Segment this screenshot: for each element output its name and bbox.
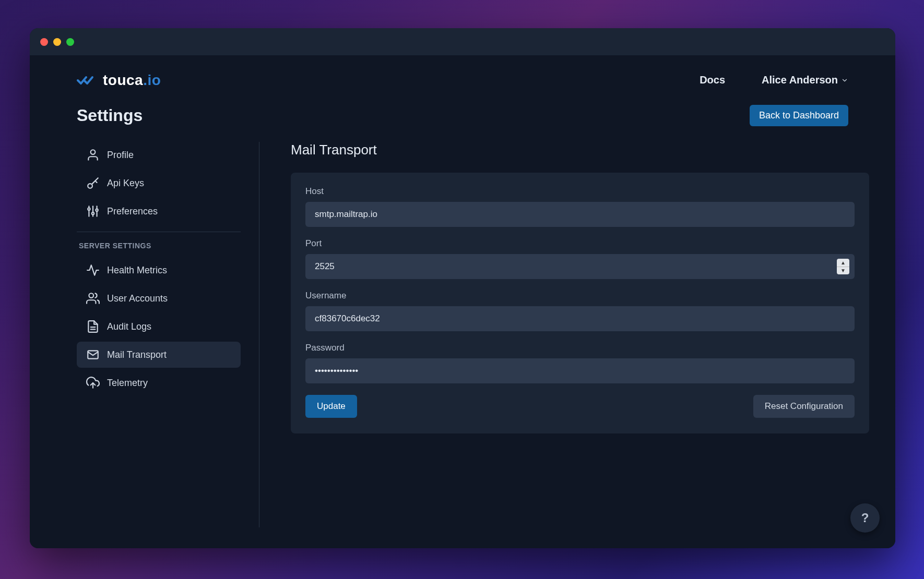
window-minimize-button[interactable] bbox=[53, 38, 61, 46]
content-title: Mail Transport bbox=[291, 142, 869, 158]
password-input[interactable] bbox=[305, 358, 855, 383]
password-label: Password bbox=[305, 343, 855, 353]
port-label: Port bbox=[305, 238, 855, 249]
help-button[interactable]: ? bbox=[850, 503, 880, 533]
sidebar-item-profile[interactable]: Profile bbox=[77, 142, 241, 168]
sidebar-item-label: Profile bbox=[107, 150, 134, 161]
host-field-group: Host bbox=[305, 186, 855, 227]
desktop-background: touca.io Docs Alice Anderson Settings Ba… bbox=[0, 0, 924, 579]
port-field-group: Port ▲ ▼ bbox=[305, 238, 855, 279]
sidebar-item-mail-transport[interactable]: Mail Transport bbox=[77, 342, 241, 368]
mail-icon bbox=[86, 348, 100, 361]
host-input[interactable] bbox=[305, 202, 855, 227]
window-maximize-button[interactable] bbox=[66, 38, 74, 46]
mail-transport-card: Host Port ▲ ▼ bbox=[291, 173, 869, 433]
chevron-up-icon: ▲ bbox=[837, 259, 849, 267]
svg-point-0 bbox=[91, 150, 96, 154]
window-titlebar bbox=[30, 28, 895, 55]
chevron-down-icon: ▼ bbox=[837, 267, 849, 275]
page-header: Settings Back to Dashboard bbox=[30, 105, 895, 142]
top-nav: touca.io Docs Alice Anderson bbox=[30, 55, 895, 105]
brand-logo[interactable]: touca.io bbox=[77, 72, 161, 89]
back-to-dashboard-button[interactable]: Back to Dashboard bbox=[750, 105, 848, 126]
window-close-button[interactable] bbox=[40, 38, 48, 46]
chevron-down-icon bbox=[841, 77, 848, 84]
page-title: Settings bbox=[77, 106, 143, 125]
port-input[interactable] bbox=[305, 254, 855, 279]
host-label: Host bbox=[305, 186, 855, 197]
user-name: Alice Anderson bbox=[762, 74, 838, 86]
sidebar-item-label: Telemetry bbox=[107, 378, 148, 389]
user-icon bbox=[86, 148, 100, 162]
sidebar-item-telemetry[interactable]: Telemetry bbox=[77, 370, 241, 396]
svg-point-6 bbox=[92, 212, 94, 214]
docs-link[interactable]: Docs bbox=[700, 74, 725, 86]
svg-point-5 bbox=[88, 208, 90, 210]
sidebar-item-label: Api Keys bbox=[107, 178, 144, 189]
svg-point-7 bbox=[96, 209, 98, 211]
username-label: Username bbox=[305, 291, 855, 301]
activity-icon bbox=[86, 263, 100, 277]
sidebar-item-label: Audit Logs bbox=[107, 321, 151, 332]
reset-configuration-button[interactable]: Reset Configuration bbox=[753, 395, 855, 418]
settings-sidebar: Profile Api Keys Preferences bbox=[77, 142, 259, 527]
username-field-group: Username bbox=[305, 291, 855, 331]
sliders-icon bbox=[86, 204, 100, 218]
file-icon bbox=[86, 320, 100, 333]
app-window: touca.io Docs Alice Anderson Settings Ba… bbox=[30, 28, 895, 548]
logo-check-icon bbox=[77, 74, 98, 87]
sidebar-item-user-accounts[interactable]: User Accounts bbox=[77, 285, 241, 311]
sidebar-item-label: Preferences bbox=[107, 206, 158, 217]
top-nav-right: Docs Alice Anderson bbox=[700, 74, 848, 86]
app-body: touca.io Docs Alice Anderson Settings Ba… bbox=[30, 55, 895, 548]
main-area: Profile Api Keys Preferences bbox=[30, 142, 895, 548]
port-stepper[interactable]: ▲ ▼ bbox=[837, 259, 849, 274]
key-icon bbox=[86, 176, 100, 190]
sidebar-item-audit-logs[interactable]: Audit Logs bbox=[77, 313, 241, 340]
sidebar-section-label: SERVER SETTINGS bbox=[77, 242, 241, 257]
sidebar-item-api-keys[interactable]: Api Keys bbox=[77, 170, 241, 196]
sidebar-item-label: Mail Transport bbox=[107, 349, 167, 360]
upload-cloud-icon bbox=[86, 376, 100, 390]
users-icon bbox=[86, 292, 100, 305]
sidebar-item-label: Health Metrics bbox=[107, 265, 167, 276]
form-actions: Update Reset Configuration bbox=[305, 395, 855, 418]
brand-text: touca.io bbox=[103, 72, 161, 89]
sidebar-item-label: User Accounts bbox=[107, 293, 168, 304]
username-input[interactable] bbox=[305, 306, 855, 331]
content-panel: Mail Transport Host Port ▲ bbox=[259, 142, 869, 527]
update-button[interactable]: Update bbox=[305, 395, 357, 418]
sidebar-item-health-metrics[interactable]: Health Metrics bbox=[77, 257, 241, 283]
svg-point-8 bbox=[89, 293, 93, 298]
sidebar-divider bbox=[77, 232, 241, 232]
sidebar-item-preferences[interactable]: Preferences bbox=[77, 198, 241, 224]
password-field-group: Password bbox=[305, 343, 855, 383]
user-menu[interactable]: Alice Anderson bbox=[762, 74, 848, 86]
